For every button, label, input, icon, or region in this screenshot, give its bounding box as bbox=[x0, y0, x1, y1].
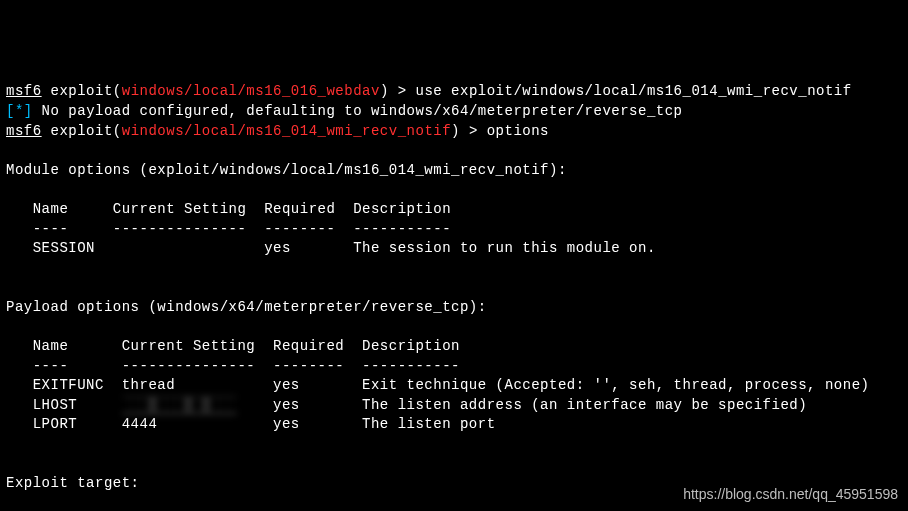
bracket-close: ] bbox=[24, 103, 33, 119]
info-line: [*] No payload configured, defaulting to… bbox=[6, 103, 683, 119]
watermark: https://blog.csdn.net/qq_45951598 bbox=[683, 485, 898, 505]
table-row: LPORT 4444 yes The listen port bbox=[6, 416, 496, 432]
table-row: SESSION yes The session to run this modu… bbox=[6, 240, 656, 256]
info-text: No payload configured, defaulting to win… bbox=[33, 103, 683, 119]
star-icon: * bbox=[15, 103, 24, 119]
table-sep-row: ---- --------------- -------- ----------… bbox=[6, 358, 460, 374]
prompt-close: ) > bbox=[451, 123, 487, 139]
module-path: windows/local/ms16_016_webdav bbox=[122, 83, 380, 99]
exploit-target-header: Exploit target: bbox=[6, 475, 140, 491]
table-header-row: Name Current Setting Required Descriptio… bbox=[6, 338, 460, 354]
lhost-post: yes The listen address (an interface may… bbox=[237, 397, 807, 413]
prompt-close: ) > bbox=[380, 83, 416, 99]
lhost-pre: LHOST bbox=[6, 397, 122, 413]
terminal-output[interactable]: msf6 exploit(windows/local/ms16_016_webd… bbox=[6, 82, 902, 511]
msf-label: msf6 bbox=[6, 123, 42, 139]
table-sep-row: ---- --------------- -------- ----------… bbox=[6, 221, 451, 237]
bracket-open: [ bbox=[6, 103, 15, 119]
redacted-value: ███.███.█.███ bbox=[122, 396, 238, 416]
module-options-header: Module options (exploit/windows/local/ms… bbox=[6, 162, 567, 178]
payload-options-header: Payload options (windows/x64/meterpreter… bbox=[6, 299, 487, 315]
module-path: windows/local/ms16_014_wmi_recv_notif bbox=[122, 123, 451, 139]
table-row: LHOST ███.███.█.███ yes The listen addre… bbox=[6, 397, 807, 413]
table-row: EXITFUNC thread yes Exit technique (Acce… bbox=[6, 377, 869, 393]
exploit-label: exploit( bbox=[42, 83, 122, 99]
table-header-row: Name Current Setting Required Descriptio… bbox=[6, 201, 451, 217]
msf-label: msf6 bbox=[6, 83, 42, 99]
prompt-line-2: msf6 exploit(windows/local/ms16_014_wmi_… bbox=[6, 123, 549, 139]
command-text[interactable]: options bbox=[487, 123, 549, 139]
command-text[interactable]: use exploit/windows/local/ms16_014_wmi_r… bbox=[415, 83, 851, 99]
exploit-label: exploit( bbox=[42, 123, 122, 139]
prompt-line-1: msf6 exploit(windows/local/ms16_016_webd… bbox=[6, 83, 852, 99]
